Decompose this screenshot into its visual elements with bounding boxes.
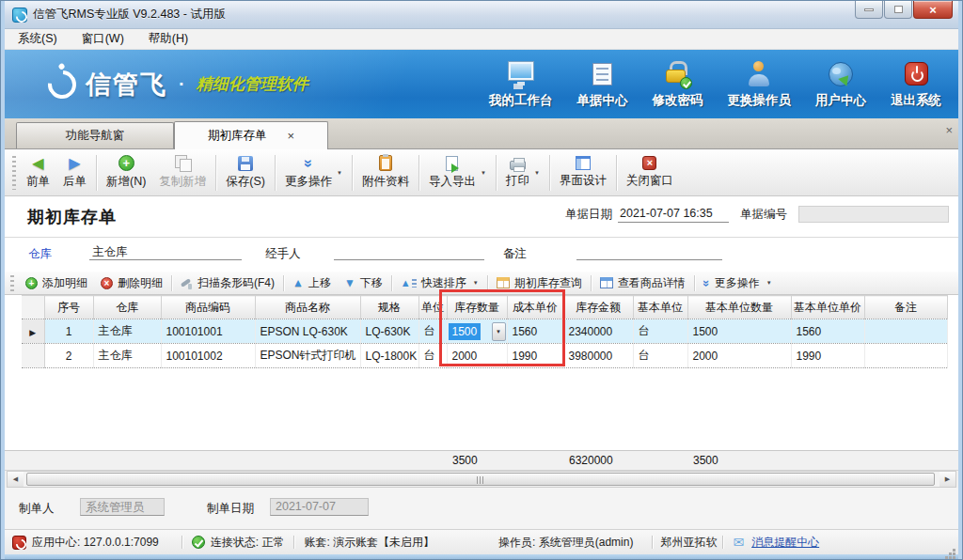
document-center-button[interactable]: 单据中心: [577, 60, 628, 109]
cell-stock-amount[interactable]: 3980000: [563, 344, 633, 368]
scan-barcode-button[interactable]: 扫描条形码(F4): [174, 273, 281, 293]
stock-qty-value[interactable]: 1500: [449, 323, 482, 340]
prev-doc-button[interactable]: ◀前单: [20, 153, 56, 193]
print-button[interactable]: 打印 ▼: [499, 154, 546, 192]
cell-base-price[interactable]: 1990: [791, 344, 864, 368]
dropdown-caret-icon[interactable]: ▼: [534, 170, 540, 176]
column-header[interactable]: 基本单位: [633, 296, 687, 319]
column-header[interactable]: 序号: [44, 296, 93, 319]
delete-detail-button[interactable]: × 删除明细: [94, 273, 169, 293]
cell-remark[interactable]: [864, 344, 947, 368]
column-header[interactable]: 备注: [864, 296, 947, 319]
column-header[interactable]: 商品名称: [255, 296, 360, 319]
cell-spec[interactable]: LQ-1800K: [360, 344, 418, 368]
column-header[interactable]: 库存数量: [447, 296, 507, 319]
exit-system-button[interactable]: 退出系统: [891, 60, 941, 109]
close-window-button[interactable]: ×关闭窗口: [620, 153, 680, 192]
remark-field[interactable]: [576, 243, 722, 260]
panel-close-icon[interactable]: ×: [945, 123, 953, 137]
handler-field[interactable]: [334, 243, 484, 260]
toolbar-separator: [215, 155, 216, 191]
view-product-detail-button[interactable]: 查看商品详情: [593, 273, 692, 293]
minimize-button[interactable]: [855, 1, 883, 19]
dropdown-caret-icon[interactable]: ▼: [481, 170, 486, 176]
cell-product-code[interactable]: 100101002: [161, 344, 255, 368]
column-header[interactable]: 商品编码: [161, 296, 255, 319]
cell-unit[interactable]: 台: [418, 344, 447, 368]
cell-base-qty[interactable]: 2000: [687, 344, 791, 368]
cell-product-code[interactable]: 100101001: [161, 319, 255, 344]
cell-stock-qty-editor[interactable]: 1500 ▼: [447, 319, 507, 344]
import-export-button[interactable]: 导入导出 ▼: [422, 153, 493, 193]
cell-cost-price[interactable]: 1560: [507, 319, 563, 344]
switch-operator-button[interactable]: 更换操作员: [728, 60, 792, 109]
column-header[interactable]: 基本单位单价: [791, 296, 864, 319]
tab-close-icon[interactable]: ×: [287, 129, 294, 143]
cell-base-unit[interactable]: 台: [633, 319, 687, 344]
attachments-button[interactable]: 附件资料: [355, 152, 416, 193]
grid-toolbar-drag-handle[interactable]: [10, 275, 14, 291]
row-selector[interactable]: ▶: [22, 319, 44, 344]
cell-cost-price[interactable]: 1990: [507, 344, 563, 368]
cell-base-qty[interactable]: 1500: [687, 319, 791, 344]
column-header[interactable]: 库存金额: [563, 296, 633, 319]
initial-stock-query-button[interactable]: 期初库存查询: [490, 273, 589, 293]
cell-base-price[interactable]: 1560: [791, 319, 864, 344]
tab-function-nav[interactable]: 功能导航窗: [16, 122, 174, 148]
next-doc-button[interactable]: ▶后单: [56, 153, 93, 193]
menu-help[interactable]: 帮助(H): [149, 31, 188, 47]
ui-design-button[interactable]: 界面设计: [553, 153, 613, 192]
more-actions-button[interactable]: »更多操作 ▼: [278, 153, 349, 193]
menu-window[interactable]: 窗口(W): [82, 31, 124, 47]
move-down-button[interactable]: ▼ 下移: [338, 273, 389, 293]
user-center-button[interactable]: 用户中心: [815, 60, 866, 109]
cell-product-name[interactable]: EPSON LQ-630K: [255, 319, 360, 344]
cell-remark[interactable]: [864, 319, 947, 344]
dropdown-caret-icon[interactable]: ▼: [337, 170, 342, 176]
column-header[interactable]: 成本单价: [507, 296, 563, 319]
cell-seq[interactable]: 1: [44, 319, 93, 344]
scroll-right-icon[interactable]: ▶: [939, 472, 955, 487]
user-icon: [749, 61, 769, 86]
scroll-left-icon[interactable]: ◀: [8, 472, 24, 487]
doc-date-field[interactable]: 2021-07-07 16:35: [618, 206, 729, 223]
move-up-button[interactable]: ▲ 上移: [286, 273, 338, 293]
copy-new-button[interactable]: 复制新增: [152, 152, 213, 193]
warehouse-field[interactable]: 主仓库: [89, 243, 242, 260]
menu-system[interactable]: 系统(S): [18, 31, 57, 47]
scrollbar-thumb[interactable]: [26, 473, 935, 486]
close-button[interactable]: ×: [913, 1, 953, 19]
new-button[interactable]: +新增(N): [100, 152, 152, 193]
toolbar-drag-handle[interactable]: [12, 156, 16, 190]
horizontal-scrollbar[interactable]: ◀ ▶: [7, 471, 956, 488]
message-center-link[interactable]: 消息提醒中心: [751, 535, 819, 551]
column-header[interactable]: 规格: [360, 296, 418, 319]
cell-stock-qty[interactable]: 2000: [447, 344, 507, 368]
cell-product-name[interactable]: EPSON针式打印机: [255, 344, 360, 368]
cell-unit[interactable]: 台: [418, 319, 447, 344]
cell-base-unit[interactable]: 台: [633, 344, 687, 368]
grid-more-actions-button[interactable]: » 更多操作 ▼: [697, 273, 779, 293]
workstation-button[interactable]: 我的工作台: [489, 60, 553, 109]
add-detail-button[interactable]: + 添加明细: [19, 273, 94, 293]
combo-dropdown-icon[interactable]: ▼: [492, 322, 506, 341]
change-password-button[interactable]: 修改密码: [653, 60, 703, 109]
grid-toolbar: + 添加明细 × 删除明细 扫描条形码(F4) ▲ 上移 ▼ 下移 ▲ 快速排序…: [5, 272, 958, 295]
quick-sort-button[interactable]: ▲ 快速排序 ▼: [394, 273, 485, 293]
column-header[interactable]: 基本单位数量: [687, 296, 791, 319]
cell-warehouse[interactable]: 主仓库: [93, 319, 161, 344]
tab-initial-stock[interactable]: 期初库存单 ×: [174, 121, 328, 149]
restore-button[interactable]: [884, 1, 912, 19]
resize-grip[interactable]: [953, 549, 955, 552]
toolbar-separator: [275, 155, 276, 191]
cell-seq[interactable]: 2: [44, 344, 93, 368]
cell-stock-amount[interactable]: 2340000: [563, 319, 633, 344]
row-selector[interactable]: [22, 344, 44, 368]
column-header[interactable]: 单位: [418, 296, 447, 319]
cell-warehouse[interactable]: 主仓库: [93, 344, 161, 368]
cell-spec[interactable]: LQ-630K: [360, 319, 418, 344]
arrow-up-icon: ▲: [292, 277, 304, 288]
column-header[interactable]: 仓库: [93, 296, 161, 319]
save-button[interactable]: 保存(S): [219, 153, 272, 193]
doc-no-field[interactable]: [798, 206, 949, 223]
